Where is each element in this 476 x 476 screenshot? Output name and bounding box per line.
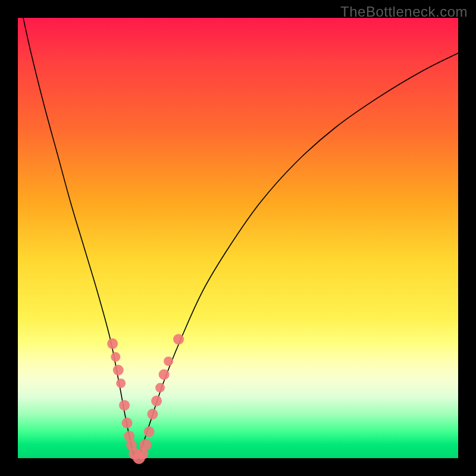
scatter-dot bbox=[113, 365, 124, 375]
scatter-dot bbox=[159, 369, 170, 380]
scatter-dot bbox=[155, 383, 165, 393]
scatter-dot bbox=[116, 378, 126, 388]
scatter-dot bbox=[144, 427, 155, 437]
scatter-dot bbox=[151, 396, 162, 406]
scatter-dot bbox=[107, 339, 118, 349]
watermark-text: TheBottleneck.com bbox=[340, 4, 468, 20]
scatter-dot bbox=[119, 400, 130, 411]
bottleneck-curve bbox=[22, 14, 458, 458]
scatter-dot bbox=[173, 334, 184, 345]
scatter-dot bbox=[122, 418, 133, 428]
chart-svg bbox=[18, 18, 458, 458]
plot-area bbox=[18, 18, 458, 458]
scatter-dots bbox=[107, 334, 184, 464]
scatter-dot bbox=[164, 356, 173, 366]
scatter-dot bbox=[147, 409, 158, 419]
chart-frame: TheBottleneck.com bbox=[0, 0, 476, 476]
scatter-dot bbox=[140, 439, 152, 451]
scatter-dot bbox=[111, 352, 120, 362]
